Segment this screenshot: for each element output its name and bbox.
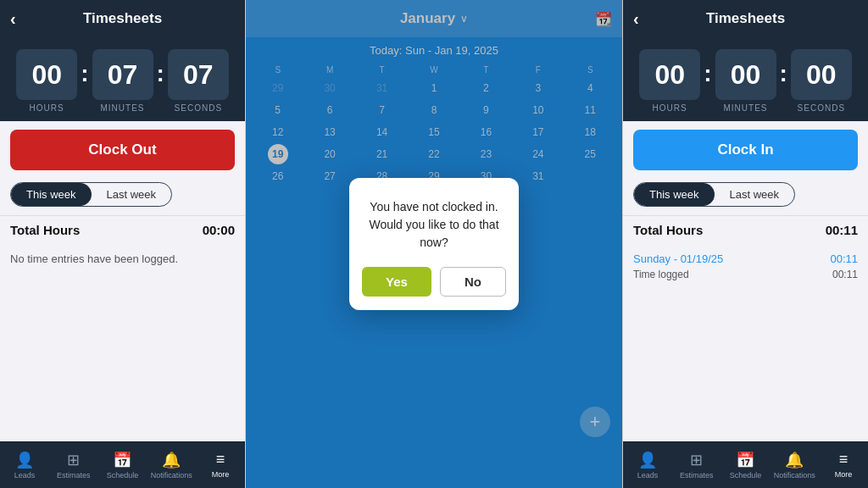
left-hours-block: 00 HOURS: [16, 49, 77, 113]
left-seconds-block: 07 SECONDS: [168, 49, 229, 113]
right-more-icon: ≡: [839, 451, 849, 469]
log-sub-label: Time logged: [633, 269, 689, 280]
more-icon: ≡: [216, 451, 225, 469]
right-nav-estimates[interactable]: ⊞ Estimates: [672, 447, 721, 483]
left-minutes-block: 07 MINUTES: [92, 49, 153, 113]
right-seconds-digit: 00: [791, 49, 852, 100]
right-colon-2: :: [780, 60, 787, 87]
leads-icon: 👤: [15, 451, 34, 469]
right-nav-leads[interactable]: 👤 Leads: [623, 447, 672, 483]
notifications-icon: 🔔: [162, 451, 181, 469]
left-log-empty: No time entries have been logged.: [10, 252, 178, 265]
left-total-section: Total Hours 00:00: [0, 215, 245, 244]
right-total-section: Total Hours 00:11: [623, 215, 868, 244]
left-nav-leads[interactable]: 👤 Leads: [0, 447, 49, 483]
right-hours-label: HOURS: [653, 103, 687, 113]
right-hours-digit: 00: [639, 49, 700, 100]
right-timer: 00 HOURS : 00 MINUTES : 00 SECONDS: [623, 37, 868, 121]
left-panel: ‹ Timesheets 00 HOURS : 07 MINUTES : 07 …: [0, 0, 246, 488]
clock-in-button[interactable]: Clock In: [633, 130, 858, 170]
right-nav-notifications[interactable]: 🔔 Notifications: [770, 447, 819, 483]
right-seconds-block: 00 SECONDS: [791, 49, 852, 113]
right-schedule-icon: 📅: [736, 451, 754, 469]
right-estimates-icon: ⊞: [690, 451, 703, 469]
log-date-link[interactable]: Sunday - 01/19/25: [633, 252, 723, 265]
right-minutes-digit: 00: [715, 49, 776, 100]
right-nav-more[interactable]: ≡ More: [819, 447, 868, 483]
left-bottom-nav: 👤 Leads ⊞ Estimates 📅 Schedule 🔔 Notific…: [0, 441, 245, 488]
right-colon-1: :: [704, 60, 711, 87]
dialog-buttons: Yes No: [366, 267, 502, 297]
left-hours-digit: 00: [16, 49, 77, 100]
left-colon-1: :: [81, 60, 88, 87]
left-back-button[interactable]: ‹: [10, 9, 16, 29]
right-week-toggle: This week Last week: [633, 182, 795, 207]
left-minutes-label: MINUTES: [101, 103, 145, 113]
dialog-no-button[interactable]: No: [440, 267, 506, 297]
right-nav-schedule[interactable]: 📅 Schedule: [721, 447, 771, 483]
right-seconds-label: SECONDS: [798, 103, 845, 113]
left-nav-schedule[interactable]: 📅 Schedule: [98, 447, 147, 483]
left-nav-estimates[interactable]: ⊞ Estimates: [49, 447, 98, 483]
log-date-value: 00:11: [830, 252, 858, 265]
dialog-box: You have not clocked in. Would you like …: [349, 178, 519, 310]
left-title: Timesheets: [83, 10, 162, 27]
left-header: ‹ Timesheets: [0, 0, 245, 37]
right-leads-label: Leads: [637, 471, 659, 480]
right-header: ‹ Timesheets: [623, 0, 868, 37]
right-this-week-button[interactable]: This week: [634, 183, 715, 206]
log-sub-value: 00:11: [832, 269, 858, 280]
left-this-week-button[interactable]: This week: [11, 183, 92, 206]
left-week-toggle: This week Last week: [10, 182, 172, 207]
right-title: Timesheets: [706, 10, 785, 27]
right-schedule-label: Schedule: [730, 471, 762, 480]
notifications-label: Notifications: [151, 471, 192, 480]
log-entry-sub-row: Time logged 00:11: [633, 269, 858, 280]
right-notifications-icon: 🔔: [785, 451, 804, 469]
leads-label: Leads: [14, 471, 36, 480]
right-more-label: More: [835, 470, 853, 479]
dialog-yes-button[interactable]: Yes: [362, 267, 431, 297]
right-panel: ‹ Timesheets 00 HOURS : 00 MINUTES : 00 …: [622, 0, 868, 488]
estimates-icon: ⊞: [67, 451, 80, 469]
left-seconds-label: SECONDS: [175, 103, 222, 113]
clock-out-button[interactable]: Clock Out: [10, 130, 235, 170]
right-leads-icon: 👤: [638, 451, 657, 469]
right-minutes-label: MINUTES: [724, 103, 768, 113]
left-total-label: Total Hours: [10, 223, 80, 237]
schedule-label: Schedule: [107, 471, 139, 480]
right-total-value: 00:11: [826, 223, 858, 237]
left-timer: 00 HOURS : 07 MINUTES : 07 SECONDS: [0, 37, 245, 121]
right-total-label: Total Hours: [633, 223, 703, 237]
center-panel: January ∨ 📆 Today: Sun - Jan 19, 2025 S …: [246, 0, 622, 488]
left-log-area: No time entries have been logged.: [0, 244, 245, 441]
right-estimates-label: Estimates: [680, 471, 714, 480]
more-label: More: [212, 470, 230, 479]
left-seconds-digit: 07: [168, 49, 229, 100]
left-minutes-digit: 07: [92, 49, 153, 100]
right-bottom-nav: 👤 Leads ⊞ Estimates 📅 Schedule 🔔 Notific…: [623, 441, 868, 488]
left-last-week-button[interactable]: Last week: [92, 183, 172, 206]
right-notifications-label: Notifications: [774, 471, 815, 480]
left-colon-2: :: [157, 60, 164, 87]
right-back-button[interactable]: ‹: [633, 9, 639, 29]
log-entry-date-row: Sunday - 01/19/25 00:11: [633, 252, 858, 265]
right-log-area: Sunday - 01/19/25 00:11 Time logged 00:1…: [623, 244, 868, 441]
right-hours-block: 00 HOURS: [639, 49, 700, 113]
left-nav-notifications[interactable]: 🔔 Notifications: [147, 447, 196, 483]
right-minutes-block: 00 MINUTES: [715, 49, 776, 113]
left-hours-label: HOURS: [30, 103, 64, 113]
left-total-value: 00:00: [203, 223, 235, 237]
estimates-label: Estimates: [57, 471, 91, 480]
dialog-message: You have not clocked in. Would you like …: [366, 198, 502, 252]
schedule-icon: 📅: [113, 451, 131, 469]
left-nav-more[interactable]: ≡ More: [196, 447, 245, 483]
right-last-week-button[interactable]: Last week: [715, 183, 795, 206]
dialog-overlay: You have not clocked in. Would you like …: [246, 0, 622, 488]
